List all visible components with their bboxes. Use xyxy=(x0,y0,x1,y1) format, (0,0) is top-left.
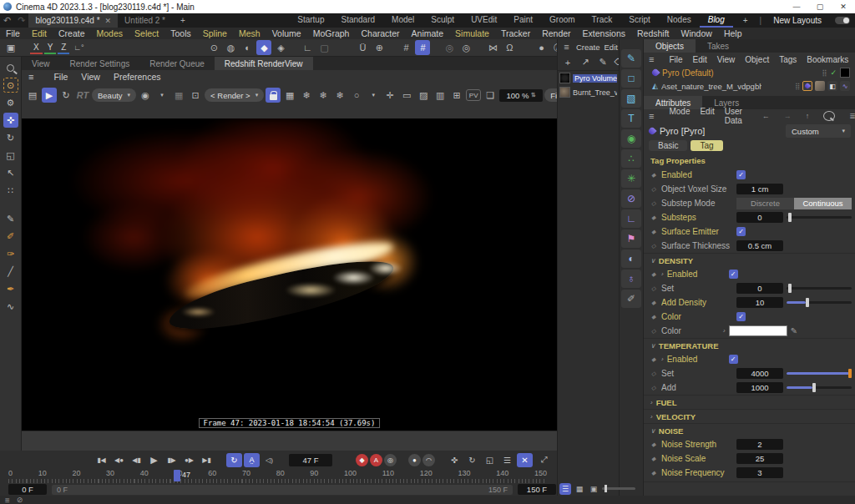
snap-icon[interactable]: # xyxy=(415,40,430,55)
axis-center-icon[interactable]: ⊕ xyxy=(372,40,387,55)
add-density-field[interactable]: 10 xyxy=(736,297,783,308)
search-icon[interactable] xyxy=(818,112,840,120)
diagnostics-icon[interactable]: ▨ xyxy=(416,88,431,103)
spline-point-pen-icon[interactable]: ✑ xyxy=(3,246,18,261)
goto-end-icon[interactable]: ▶▮ xyxy=(199,453,215,467)
document-tab-untitled[interactable]: Untitled 2 * xyxy=(118,13,172,28)
magnet-icon[interactable]: Ω xyxy=(502,40,517,55)
rotate-tool-icon[interactable]: ↻ xyxy=(3,130,18,145)
objects-menu-icon[interactable]: ≡ xyxy=(644,54,659,64)
menu-spline[interactable]: Spline xyxy=(197,28,233,38)
layout-tab-nodes[interactable]: Nodes xyxy=(659,13,700,28)
start-ipr-icon[interactable]: ▶ xyxy=(42,88,57,103)
simulate-scene-icon[interactable]: ● xyxy=(534,40,549,55)
send-to-pv-icon[interactable]: PV xyxy=(466,89,481,101)
layout-tab-paint[interactable]: Paint xyxy=(505,13,541,28)
density-set-field[interactable]: 0 xyxy=(736,283,783,294)
snapshot-g-icon[interactable]: ❄ xyxy=(332,88,347,103)
display-tag-icon[interactable]: ◧ xyxy=(827,81,837,91)
attributes-menu-edit[interactable]: Edit xyxy=(695,107,719,125)
add-density-slider[interactable] xyxy=(787,297,852,308)
focus-pick-icon[interactable]: ✛ xyxy=(382,88,397,103)
generator-icon[interactable]: ✳ xyxy=(621,169,641,188)
quantize-icon[interactable]: # xyxy=(398,40,413,55)
objects-menu-bookmarks[interactable]: Bookmarks xyxy=(802,55,853,64)
noise-strength-field[interactable]: 2 xyxy=(736,439,783,450)
maximize-button[interactable]: ▢ xyxy=(808,3,832,11)
pyro-emitter-tag-icon[interactable] xyxy=(802,81,812,91)
layout-toggle[interactable] xyxy=(835,17,850,24)
line-pen-icon[interactable]: ✒ xyxy=(3,281,18,296)
next-frame-icon[interactable]: ▮▶ xyxy=(164,453,180,467)
visibility-dots-icon[interactable]: ⣿ xyxy=(822,69,827,77)
key-scale-icon[interactable]: ◱ xyxy=(482,453,498,467)
fcurve-icon[interactable]: ⤢ xyxy=(536,453,552,467)
substep-continuous-button[interactable]: Continuous xyxy=(794,198,852,209)
cloth-flag-icon[interactable]: ⚑ xyxy=(621,229,641,248)
spline-dynamics-icon[interactable]: ∟ xyxy=(621,209,641,228)
list-view-icon[interactable]: ☰ xyxy=(559,483,571,495)
menu-edit[interactable]: Edit xyxy=(26,28,53,38)
section-density[interactable]: ∨DENSITY xyxy=(644,253,855,267)
texture-tag-icon[interactable] xyxy=(815,81,825,91)
play-all-frames-icon[interactable]: A̤ xyxy=(244,453,260,467)
menu-extensions[interactable]: Extensions xyxy=(577,28,631,38)
add-layout-button[interactable]: + xyxy=(735,14,756,27)
key-parameter-icon[interactable]: ☰ xyxy=(499,453,515,467)
symmetry-icon[interactable]: ◎ xyxy=(458,40,473,55)
panel-tab-view[interactable]: View xyxy=(22,57,60,70)
section-noise[interactable]: ∨NOISE xyxy=(644,423,855,437)
keyframe-record-icon[interactable]: ◆ xyxy=(356,454,368,466)
enabled-check-icon[interactable]: ✓ xyxy=(830,68,837,77)
status-menu-icon[interactable]: ≡ xyxy=(5,496,10,504)
density-color-swatch[interactable] xyxy=(729,325,787,336)
preview-range-slider[interactable]: 0 F 150 F xyxy=(52,485,513,495)
tab-basic[interactable]: Basic xyxy=(649,140,687,151)
panel-menu-icon[interactable]: ≡ xyxy=(22,72,40,83)
enabled-checkbox[interactable] xyxy=(736,170,746,179)
menu-animate[interactable]: Animate xyxy=(406,28,450,38)
points-mode-icon[interactable]: ◍ xyxy=(223,40,238,55)
menu-simulate[interactable]: Simulate xyxy=(449,28,495,38)
render-nav-dropdown[interactable]: < Render >▾ xyxy=(205,88,264,102)
menu-help[interactable]: Help xyxy=(718,28,748,38)
current-frame-marker[interactable] xyxy=(174,470,180,481)
keyframe-selection-icon[interactable]: ◎ xyxy=(384,454,397,466)
key-rotation-icon[interactable]: ↻ xyxy=(464,453,480,467)
filter-icon[interactable]: ≣ xyxy=(844,112,855,120)
layout-tab-track[interactable]: Track xyxy=(584,13,621,28)
attributes-menu-user-data[interactable]: User Data xyxy=(720,107,747,125)
temperature-add-slider[interactable] xyxy=(787,382,852,393)
section-velocity[interactable]: ›VELOCITY xyxy=(644,409,855,423)
edges-mode-icon[interactable]: ◐ xyxy=(240,40,255,55)
new-layouts-button[interactable]: New Layouts xyxy=(765,14,830,27)
add-material-icon[interactable]: + xyxy=(560,55,575,70)
temperature-set-slider[interactable] xyxy=(787,368,852,379)
symmetry-off-icon[interactable]: ◎ xyxy=(442,40,457,55)
grid-view-icon[interactable]: ▦ xyxy=(574,483,585,495)
render-canvas[interactable]: Frame 47: 2023-01-18 18:54:54 (37.69s) xyxy=(22,118,557,431)
ghosting-icon[interactable]: ◠ xyxy=(422,454,435,466)
prev-key-icon[interactable]: ◀● xyxy=(111,453,127,467)
compare-arrow-icon[interactable]: ▾ xyxy=(366,88,381,103)
renderview-menu-preferences[interactable]: Preferences xyxy=(107,72,168,82)
sound-icon[interactable]: ◁) xyxy=(261,453,277,467)
menu-tracker[interactable]: Tracker xyxy=(495,28,536,38)
forward-icon[interactable]: → xyxy=(779,112,797,120)
menu-character[interactable]: Character xyxy=(355,28,405,38)
tab-close-icon[interactable]: ✕ xyxy=(105,17,112,25)
current-frame-field[interactable]: 47 F xyxy=(289,454,332,466)
new-document-button[interactable]: + xyxy=(172,16,194,25)
layout-tab-script[interactable]: Script xyxy=(620,13,659,28)
density-enabled-checkbox[interactable] xyxy=(729,270,738,279)
voxel-size-field[interactable]: 1 cm xyxy=(736,184,783,194)
substeps-field[interactable]: 0 xyxy=(736,212,783,223)
snapshot-b-icon[interactable]: ❄ xyxy=(316,88,331,103)
subdivision-surface-icon[interactable]: ◉ xyxy=(621,129,641,148)
menu-select[interactable]: Select xyxy=(129,28,164,38)
compare-mode-icon[interactable]: ○ xyxy=(349,88,364,103)
layout-tab-blog[interactable]: Blog xyxy=(700,13,733,28)
live-selection-icon[interactable]: ⊙ xyxy=(3,78,18,93)
layout-tab-standard[interactable]: Standard xyxy=(332,13,383,28)
block-view-icon[interactable]: ▣ xyxy=(588,483,600,495)
